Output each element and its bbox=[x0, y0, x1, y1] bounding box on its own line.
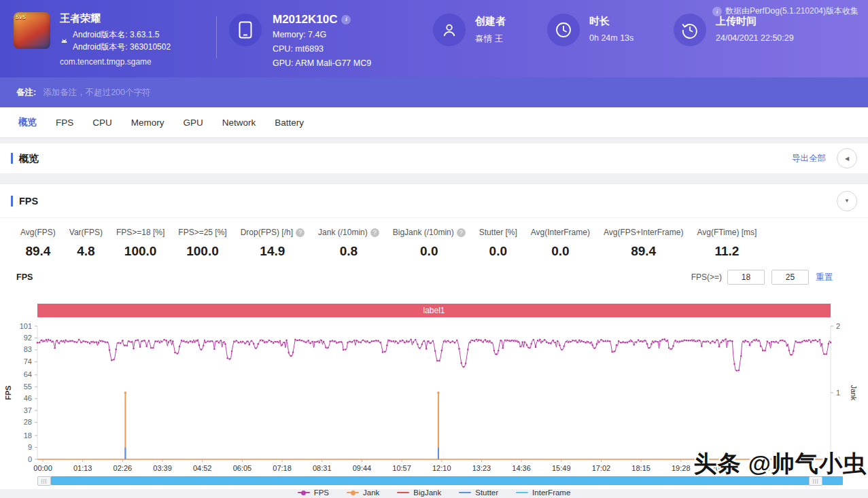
legend-item-bigjank[interactable]: BigJank bbox=[397, 488, 441, 497]
phone-icon bbox=[229, 14, 262, 46]
stat-label: Avg(FTime) [ms] bbox=[697, 228, 757, 237]
tab-memory[interactable]: Memory bbox=[131, 118, 164, 128]
x-tick-label: 01:13 bbox=[73, 464, 92, 472]
stat-value: 0.0 bbox=[479, 244, 517, 259]
legend-item-interframe[interactable]: InterFrame bbox=[516, 488, 570, 497]
stat-item: BigJank (/10min)?0.0 bbox=[393, 228, 466, 259]
legend-item-fps[interactable]: FPS bbox=[298, 488, 329, 497]
chart-label1-text: label1 bbox=[423, 306, 445, 315]
y-left-tick-label: 74 bbox=[24, 357, 32, 366]
x-tick-label: 08:31 bbox=[313, 464, 332, 472]
tab-network[interactable]: Network bbox=[222, 118, 256, 128]
duration-value: 0h 24m 13s bbox=[589, 33, 633, 43]
stat-value: 14.9 bbox=[241, 244, 305, 259]
tab-overview[interactable]: 概览 bbox=[18, 116, 37, 128]
tab-fps[interactable]: FPS bbox=[56, 118, 73, 128]
stat-item: FPS>=18 [%]100.0 bbox=[116, 228, 164, 259]
android-version-name: Android版本名: 3.63.1.5 bbox=[73, 29, 171, 41]
x-tick-label: 00:00 bbox=[33, 464, 52, 472]
stat-item: FPS>=25 [%]100.0 bbox=[178, 228, 226, 259]
legend-label: BigJank bbox=[413, 488, 441, 497]
info-icon: i bbox=[712, 7, 722, 16]
remark-placeholder[interactable]: 添加备注，不超过200个字符 bbox=[43, 87, 150, 99]
x-tick-label: 07:18 bbox=[273, 464, 292, 472]
chevron-down-icon: ▼ bbox=[844, 198, 850, 204]
clock-icon bbox=[547, 14, 580, 46]
stat-value: 0.0 bbox=[393, 244, 466, 259]
collapse-left-button[interactable]: ◀ bbox=[837, 148, 857, 168]
stat-label: Var(FPS) bbox=[69, 228, 103, 237]
stat-value: 89.4 bbox=[604, 244, 683, 259]
y-left-tick-label: 37 bbox=[24, 406, 32, 414]
fps-threshold-input-2[interactable] bbox=[771, 270, 809, 285]
legend-item-jank[interactable]: Jank bbox=[347, 488, 379, 497]
game-title: 王者荣耀 bbox=[60, 12, 171, 24]
x-tick-label: 06:05 bbox=[233, 464, 252, 472]
export-all-link[interactable]: 导出全部 bbox=[792, 153, 826, 164]
collect-note-text: 数据由PerfDog(5.1.210204)版本收集 bbox=[725, 5, 858, 17]
x-tick-label: 14:36 bbox=[512, 464, 531, 472]
chart-label1-banner: label1 bbox=[37, 304, 831, 317]
tab-cpu[interactable]: CPU bbox=[92, 118, 112, 128]
y-left-tick-label: 9 bbox=[28, 443, 32, 451]
x-tick-label: 19:28 bbox=[672, 464, 691, 472]
stat-item: Stutter [%]0.0 bbox=[479, 228, 517, 259]
x-tick-label: 13:23 bbox=[472, 464, 491, 472]
creator-label: 创建者 bbox=[475, 15, 506, 28]
android-version-code: Android版本号: 363010502 bbox=[73, 41, 171, 53]
y-left-tick-label: 83 bbox=[24, 345, 32, 353]
legend-marker bbox=[459, 489, 471, 496]
game-app-icon: 5v5 bbox=[14, 12, 50, 49]
stat-label: BigJank (/10min) bbox=[393, 228, 454, 237]
y-left-tick-label: 0 bbox=[28, 455, 32, 463]
legend-marker bbox=[347, 489, 359, 496]
device-info: M2012K10C i Memory: 7.4G CPU: mt6893 GPU… bbox=[229, 12, 433, 71]
legend-label: Stutter bbox=[475, 488, 498, 497]
legend-marker bbox=[516, 489, 528, 496]
stat-value: 89.4 bbox=[20, 244, 56, 259]
x-tick-label: 02:26 bbox=[114, 464, 133, 472]
stat-value: 100.0 bbox=[178, 244, 226, 259]
stat-item: Drop(FPS) [/h]?14.9 bbox=[241, 228, 305, 259]
help-icon[interactable]: ? bbox=[457, 228, 466, 237]
y-left-tick-label: 101 bbox=[20, 322, 32, 330]
fps-accent-bar bbox=[11, 196, 13, 207]
y-left-tick-label: 18 bbox=[24, 431, 32, 440]
stat-label: FPS>=18 [%] bbox=[116, 228, 164, 237]
fps-series-line bbox=[37, 339, 831, 370]
fps-stats-row: Avg(FPS)89.4Var(FPS)4.8FPS>=18 [%]100.0F… bbox=[0, 218, 868, 259]
stat-label: Stutter [%] bbox=[479, 228, 517, 237]
x-tick-label: 03:39 bbox=[153, 464, 172, 472]
legend-item-stutter[interactable]: Stutter bbox=[459, 488, 498, 497]
metric-tabbar: 概览FPSCPUMemoryGPUNetworkBattery bbox=[0, 107, 868, 138]
header-divider bbox=[216, 16, 217, 58]
game-icon-badge: 5v5 bbox=[16, 14, 26, 20]
reset-link[interactable]: 重置 bbox=[816, 272, 833, 283]
package-name: com.tencent.tmgp.sgame bbox=[60, 56, 171, 68]
stat-item: Avg(FTime) [ms]11.2 bbox=[697, 228, 757, 259]
stat-value: 0.8 bbox=[318, 244, 379, 259]
tab-gpu[interactable]: GPU bbox=[184, 118, 203, 128]
help-icon[interactable]: ? bbox=[370, 228, 379, 237]
duration-label: 时长 bbox=[589, 15, 633, 28]
tab-battery[interactable]: Battery bbox=[275, 118, 304, 128]
device-gpu: GPU: ARM Mali-G77 MC9 bbox=[273, 56, 371, 71]
collapse-down-button[interactable]: ▼ bbox=[837, 191, 857, 211]
overview-section: 概览 导出全部 ◀ bbox=[0, 143, 868, 173]
y-left-axis-title: FPS bbox=[4, 385, 12, 399]
stat-value: 100.0 bbox=[116, 244, 164, 259]
fps-threshold-input-1[interactable] bbox=[727, 270, 765, 285]
x-tick-label: 17:02 bbox=[592, 464, 611, 472]
scrollbar-left-handle[interactable]: ||| bbox=[37, 476, 51, 486]
device-info-icon[interactable]: i bbox=[341, 15, 351, 24]
y-left-tick-label: 28 bbox=[24, 418, 32, 426]
remark-bar[interactable]: 备注: 添加备注，不超过200个字符 bbox=[0, 77, 868, 107]
fps-chart-label: FPS bbox=[16, 272, 33, 282]
device-model: M2012K10C bbox=[273, 12, 337, 26]
help-icon[interactable]: ? bbox=[296, 228, 305, 237]
x-tick-label: 12:10 bbox=[432, 464, 451, 472]
creator-value: 喜情 王 bbox=[475, 33, 506, 45]
fps-chart-toolbar: FPS FPS(>=) 重置 bbox=[0, 259, 868, 285]
overview-accent-bar bbox=[11, 153, 13, 164]
y-left-tick-label: 92 bbox=[24, 334, 32, 342]
